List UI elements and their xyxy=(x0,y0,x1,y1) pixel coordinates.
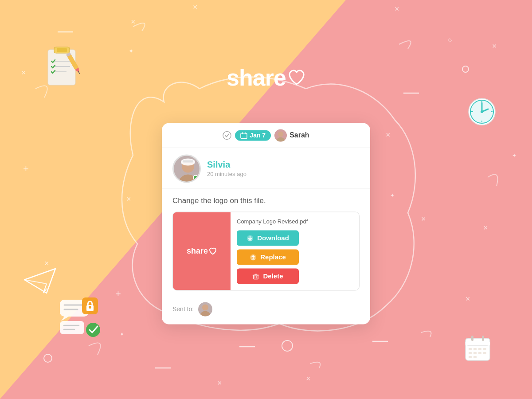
date-text: Jan 7 xyxy=(250,132,266,139)
svg-point-50 xyxy=(86,323,100,337)
sent-to-avatar xyxy=(198,302,212,316)
svg-rect-68 xyxy=(483,348,486,350)
svg-rect-69 xyxy=(469,352,472,354)
chat-illustration xyxy=(58,295,102,341)
svg-rect-64 xyxy=(482,336,484,341)
person-name: Sarah xyxy=(289,131,309,139)
online-indicator xyxy=(193,175,198,180)
delete-icon xyxy=(252,273,259,280)
file-name: Company Logo Revised.pdf xyxy=(237,218,308,225)
svg-rect-92 xyxy=(254,275,258,279)
date-badge: Jan 7 xyxy=(235,130,271,141)
paper-plane-illustration xyxy=(22,264,58,297)
app-heart-icon xyxy=(288,69,305,86)
svg-rect-62 xyxy=(466,342,490,345)
svg-marker-43 xyxy=(61,317,69,321)
svg-rect-76 xyxy=(241,133,247,138)
svg-rect-65 xyxy=(469,348,472,350)
check-icon xyxy=(223,131,231,140)
file-attachment: share Company Logo Revised.pdf Download xyxy=(172,211,360,290)
delete-label: Delete xyxy=(263,272,283,280)
svg-rect-70 xyxy=(473,352,477,354)
svg-point-98 xyxy=(202,304,208,310)
svg-rect-47 xyxy=(60,321,84,334)
delete-button[interactable]: Delete xyxy=(237,268,299,284)
replace-icon xyxy=(250,254,257,261)
user-name: Silvia xyxy=(207,160,246,170)
sarah-avatar-small xyxy=(274,129,287,141)
svg-rect-73 xyxy=(469,356,472,358)
calendar-icon-small xyxy=(240,132,247,139)
svg-rect-66 xyxy=(473,348,477,350)
svg-rect-72 xyxy=(483,352,486,354)
svg-point-97 xyxy=(200,311,211,316)
replace-button[interactable]: Replace xyxy=(237,249,299,265)
download-icon xyxy=(246,235,254,242)
message-card: Jan 7 Sarah Silvia xyxy=(162,123,370,324)
calendar-illustration xyxy=(463,333,492,364)
user-info: Silvia 20 minutes ago xyxy=(207,160,246,177)
card-message: Change the logo on this file. xyxy=(162,188,370,211)
card-sent-to-row: Sent to: xyxy=(162,297,370,324)
card-user-row: Silvia 20 minutes ago xyxy=(162,147,370,188)
sent-to-label: Sent to: xyxy=(172,305,194,313)
person-badge: Sarah xyxy=(274,129,309,141)
svg-rect-67 xyxy=(478,348,481,350)
svg-rect-71 xyxy=(478,352,481,354)
clipboard-illustration xyxy=(44,44,84,89)
download-label: Download xyxy=(257,234,289,242)
svg-point-81 xyxy=(278,131,283,137)
svg-rect-85 xyxy=(183,160,193,162)
svg-point-46 xyxy=(89,306,91,309)
svg-rect-63 xyxy=(471,336,473,341)
clock-illustration xyxy=(468,98,497,128)
app-logo: share xyxy=(227,64,305,91)
svg-point-55 xyxy=(481,110,483,113)
app-name-text: share xyxy=(227,64,286,91)
svg-line-37 xyxy=(78,71,80,74)
svg-point-80 xyxy=(276,137,285,141)
file-preview-logo: share xyxy=(187,246,217,256)
user-time: 20 minutes ago xyxy=(207,171,246,177)
silvia-avatar xyxy=(172,154,201,183)
svg-rect-74 xyxy=(473,356,477,358)
svg-rect-30 xyxy=(57,48,67,52)
file-preview: share xyxy=(173,212,231,290)
replace-label: Replace xyxy=(260,253,286,261)
svg-point-75 xyxy=(223,131,231,139)
file-actions: Company Logo Revised.pdf Download Rep xyxy=(231,212,359,290)
download-button[interactable]: Download xyxy=(237,230,299,246)
card-top-bar: Jan 7 Sarah xyxy=(162,123,370,147)
